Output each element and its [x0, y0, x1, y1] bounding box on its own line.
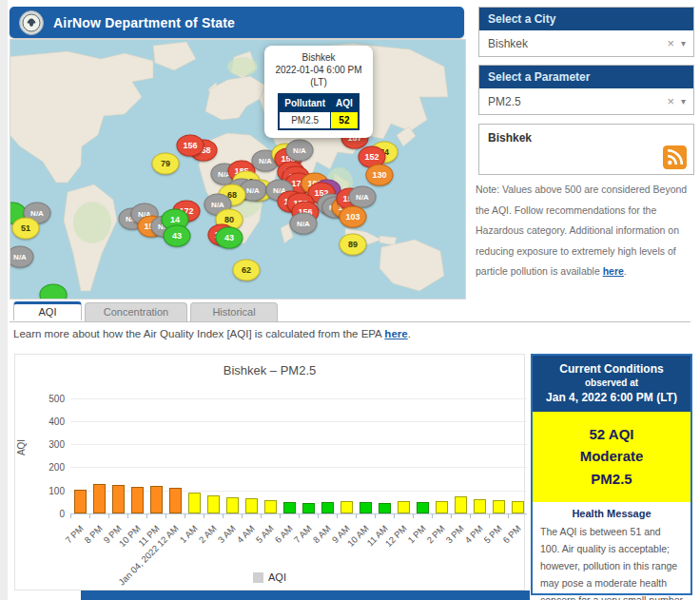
clear-icon[interactable]: × [660, 94, 681, 108]
x-axis-tick [432, 514, 433, 518]
chart-bar[interactable] [360, 502, 372, 513]
health-message-title: Health Message [540, 508, 683, 519]
health-message-section: Health Message The AQI is between 51 and… [533, 502, 690, 600]
plot-area: 01002003004005007 PM8 PM9 PM10 PM11 PMJa… [70, 389, 527, 514]
note-here-link[interactable]: here [603, 265, 624, 277]
city-select-value: Bishkek [488, 37, 660, 50]
tab-concentration[interactable]: Concentration [85, 302, 187, 321]
x-axis-tick [165, 514, 166, 518]
note-suffix: . [624, 265, 627, 277]
learn-more-here-link[interactable]: here [384, 328, 407, 339]
chart-bar[interactable] [131, 487, 144, 513]
health-message-text: The AQI is between 51 and 100. Air quali… [540, 523, 683, 600]
chevron-down-icon[interactable]: ▾ [681, 96, 686, 106]
popup-aqi-value: 52 [331, 112, 359, 130]
chart-bar[interactable] [340, 501, 353, 513]
chart-bar[interactable] [455, 496, 467, 513]
gridline [70, 398, 527, 399]
chart-legend: AQI [15, 571, 524, 583]
chart-bar[interactable] [417, 502, 429, 513]
view-tabs: AQI Concentration Historical [13, 302, 278, 321]
x-axis-tick [470, 514, 471, 518]
chart-bar[interactable] [493, 500, 505, 513]
popup-table: Pollutant AQI PM2.5 52 [278, 93, 360, 130]
map-bubble[interactable]: 130 [366, 165, 394, 186]
chart-bar[interactable] [264, 500, 277, 513]
tabs-divider [10, 321, 690, 322]
learn-more-text: Learn more about how the Air Quality Ind… [13, 328, 411, 339]
y-axis-label: AQI [16, 439, 27, 455]
x-axis-tick [204, 514, 204, 518]
chart-bar[interactable] [150, 486, 163, 513]
chart-bar[interactable] [112, 485, 125, 513]
current-conditions-header: Current Conditions observed at Jan 4, 20… [533, 356, 690, 412]
tab-aqi[interactable]: AQI [13, 301, 82, 320]
chart-bar[interactable] [302, 503, 315, 513]
rss-icon[interactable] [663, 145, 687, 169]
map-bubble[interactable]: 156 [177, 135, 204, 157]
current-conditions-panel: Current Conditions observed at Jan 4, 20… [531, 354, 692, 595]
feed-box: Bishkek [478, 124, 694, 175]
observed-at-label: observed at [536, 377, 687, 388]
chevron-down-icon[interactable]: ▾ [681, 38, 686, 48]
x-axis-tick [261, 514, 262, 518]
y-tick-label: 0 [32, 509, 65, 519]
chart-bar[interactable] [512, 501, 524, 513]
x-axis-tick [299, 514, 300, 518]
chart-bar[interactable] [379, 503, 391, 513]
footer-bar [81, 590, 530, 600]
page-title: AirNow Department of State [53, 15, 235, 30]
map-bubble[interactable]: 79 [152, 153, 180, 175]
app-header: AirNow Department of State [10, 7, 464, 38]
chart-bar[interactable] [283, 502, 296, 513]
learn-more-prefix: Learn more about how the Air Quality Ind… [13, 328, 384, 339]
map-bubble[interactable]: 103 [340, 206, 367, 228]
map-popup[interactable]: Bishkek 2022-01-04 6:00 PM (LT) Pollutan… [264, 46, 373, 138]
map-bubble[interactable]: 62 [233, 260, 261, 281]
aqi-chart-card: Bishkek – PM2.5 AQI 01002003004005007 PM… [14, 354, 525, 590]
chart-bar[interactable] [169, 488, 182, 513]
popup-col-pollutant: Pollutant [279, 94, 330, 112]
x-axis-tick [146, 514, 147, 518]
page-left-gutter [0, 0, 8, 600]
y-tick-label: 400 [32, 416, 65, 427]
x-axis-tick [337, 514, 338, 518]
gridline [70, 444, 527, 445]
chart-bar[interactable] [188, 493, 201, 513]
x-axis-tick [489, 514, 490, 518]
chart-bar[interactable] [321, 502, 334, 513]
map-bubble[interactable] [40, 284, 68, 300]
chart-bar[interactable] [226, 497, 239, 513]
city-select[interactable]: Bishkek × ▾ [479, 30, 693, 56]
chart-bar[interactable] [93, 484, 106, 513]
current-aqi-block: 52 AQI Moderate PM2.5 [533, 412, 690, 502]
chart-bar[interactable] [398, 501, 410, 513]
observed-datetime: Jan 4, 2022 6:00 PM (LT) [536, 391, 687, 404]
map-bubble[interactable]: 51 [12, 218, 40, 240]
map-bubble[interactable]: N/A [290, 213, 318, 235]
world-aqi-map[interactable]: N/A51N/A79158156N/AN/A151N/A1721443N/A18… [10, 39, 466, 300]
gridline [70, 467, 527, 468]
tab-historical[interactable]: Historical [190, 302, 278, 321]
parameter-select[interactable]: PM2.5 × ▾ [479, 88, 693, 114]
map-bubble[interactable]: 43 [164, 225, 191, 247]
chart-bar[interactable] [436, 501, 448, 513]
current-pollutant: PM2.5 [533, 468, 690, 490]
chart-bar[interactable] [474, 499, 486, 513]
chart-bar[interactable] [207, 495, 220, 513]
aqi-note: Note: Values above 500 are considered Be… [476, 180, 696, 282]
map-bubble[interactable]: N/A [286, 140, 314, 162]
x-axis-tick [185, 514, 185, 518]
map-bubble[interactable]: N/A [349, 186, 377, 208]
clear-icon[interactable]: × [660, 36, 681, 50]
map-bubble[interactable]: 89 [340, 234, 367, 256]
chart-bar[interactable] [74, 490, 87, 513]
chart-bar[interactable] [245, 498, 258, 513]
current-conditions-title: Current Conditions [536, 362, 687, 376]
note-text: Note: Values above 500 are considered Be… [476, 184, 687, 277]
learn-more-suffix: . [408, 328, 411, 339]
parameter-select-value: PM2.5 [488, 95, 660, 108]
popup-timezone: (LT) [269, 76, 368, 88]
x-axis-tick [413, 514, 414, 518]
map-bubble[interactable]: 43 [216, 227, 243, 249]
